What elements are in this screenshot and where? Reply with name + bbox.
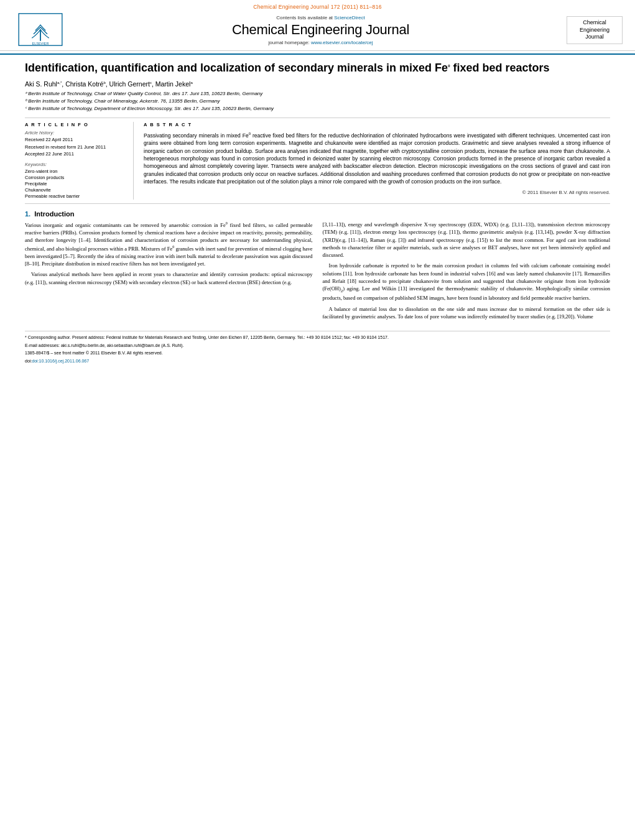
intro-para-1: Various inorganic and organic contaminan…	[25, 221, 313, 268]
keyword-2: Corrosion products	[25, 175, 127, 180]
article-info-col: A R T I C L E I N F O Article history: R…	[25, 122, 134, 200]
doi-line: doi:doi:10.1016/j.cej.2011.06.067	[25, 358, 610, 365]
journal-homepage: journal homepage: www.elsevier.com/locat…	[75, 40, 567, 45]
article-footer: * Corresponding author. Present address:…	[25, 331, 610, 364]
journal-reference-line: Chemical Engineering Journal 172 (2011) …	[0, 4, 635, 10]
header-center: Contents lists available at ScienceDirec…	[75, 15, 567, 45]
introduction-section: 1. Introduction Various inorganic and or…	[25, 210, 610, 323]
affiliation-a: ᵃ Berlin Institute of Technology, Chair …	[25, 90, 610, 98]
intro-para-2: Various analytical methods have been app…	[25, 270, 313, 286]
article-info-abstract-section: A R T I C L E I N F O Article history: R…	[25, 122, 610, 200]
journal-header: Chemical Engineering Journal 172 (2011) …	[0, 0, 635, 51]
keyword-5: Permeable reactive barrier	[25, 193, 127, 199]
journal-homepage-link[interactable]: www.elsevier.com/locate/cej	[311, 40, 373, 45]
introduction-heading: 1. Introduction	[25, 210, 610, 218]
introduction-body: Various inorganic and organic contaminan…	[25, 221, 610, 323]
intro-right-col: [3,11–13]), energy and wavelength disper…	[323, 221, 611, 323]
svg-text:ELSEVIER: ELSEVIER	[32, 42, 49, 45]
corresponding-author-note: * Corresponding author. Present address:…	[25, 335, 610, 341]
section-number: 1.	[25, 210, 30, 218]
doi-link[interactable]: doi:10.1016/j.cej.2011.06.067	[32, 359, 89, 363]
affiliation-b: ᵇ Berlin Institute of Technology, Chair …	[25, 98, 610, 105]
keywords-label: Keywords:	[25, 162, 127, 167]
accepted-date: Accepted 22 June 2011	[25, 151, 127, 158]
intro-left-col: Various inorganic and organic contaminan…	[25, 221, 313, 323]
section-title: Introduction	[34, 210, 74, 218]
article-info-divider	[25, 118, 610, 118]
abstract-text: Passivating secondary minerals in mixed …	[144, 131, 610, 185]
journal-title: Chemical Engineering Journal	[75, 22, 567, 38]
article-content: Identification, quantification and local…	[0, 55, 635, 372]
intro-right-para-3: A balance of material loss due to dissol…	[323, 305, 611, 321]
sciencedirect-link[interactable]: ScienceDirect	[334, 15, 364, 21]
keyword-3: Precipitate	[25, 181, 127, 187]
page: Chemical Engineering Journal 172 (2011) …	[0, 0, 635, 840]
issn-line: 1385-8947/$ – see front matter © 2011 El…	[25, 350, 610, 357]
keyword-1: Zero-valent iron	[25, 168, 127, 174]
elsevier-logo: ELSEVIER	[12, 12, 68, 48]
article-history-label: Article history:	[25, 130, 127, 136]
abstract-col: A B S T R A C T Passivating secondary mi…	[144, 122, 610, 200]
journal-logo-text: ChemicalEngineeringJournal	[570, 19, 619, 41]
body-divider	[25, 203, 610, 204]
intro-right-para-2: Iron hydroxide carbonate is reported to …	[323, 262, 611, 302]
elsevier-logo-svg: ELSEVIER	[16, 12, 65, 47]
authors-line: Aki S. Ruhla,*, Christa Kotréb, Ulrich G…	[25, 80, 610, 88]
received-date: Received 22 April 2011	[25, 137, 127, 144]
article-info-label: A R T I C L E I N F O	[25, 122, 127, 127]
contents-available-line: Contents lists available at ScienceDirec…	[75, 15, 567, 21]
affiliations: ᵃ Berlin Institute of Technology, Chair …	[25, 90, 610, 113]
intro-right-para-1: [3,11–13]), energy and wavelength disper…	[323, 221, 611, 259]
revised-date: Received in revised form 21 June 2011	[25, 144, 127, 151]
keyword-4: Chukanovite	[25, 187, 127, 193]
abstract-label: A B S T R A C T	[144, 122, 610, 129]
journal-logo-box: ChemicalEngineeringJournal	[567, 16, 623, 44]
article-title: Identification, quantification and local…	[25, 61, 610, 75]
affiliation-c: ᶜ Berlin Institute of Technology, Depart…	[25, 105, 610, 113]
copyright-line: © 2011 Elsevier B.V. All rights reserved…	[144, 189, 610, 196]
email-note: E-mail addresses: aki.s.ruhl@tu-berlin.d…	[25, 343, 610, 349]
